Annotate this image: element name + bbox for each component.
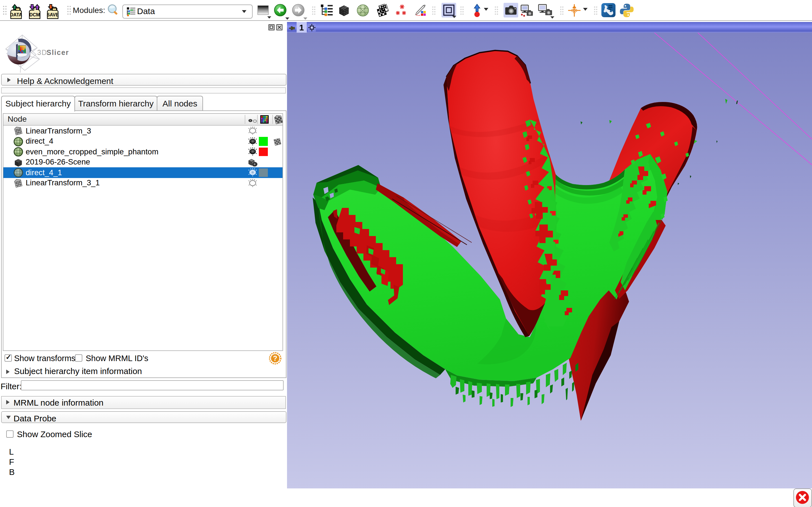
svg-text:?: ?: [273, 354, 277, 362]
svg-text:DCM: DCM: [29, 12, 40, 17]
svg-text:DATA: DATA: [10, 12, 22, 17]
svg-text:Slicer: Slicer: [47, 48, 69, 56]
svg-text:3D: 3D: [37, 48, 47, 56]
svg-text:SAVE: SAVE: [47, 12, 59, 17]
